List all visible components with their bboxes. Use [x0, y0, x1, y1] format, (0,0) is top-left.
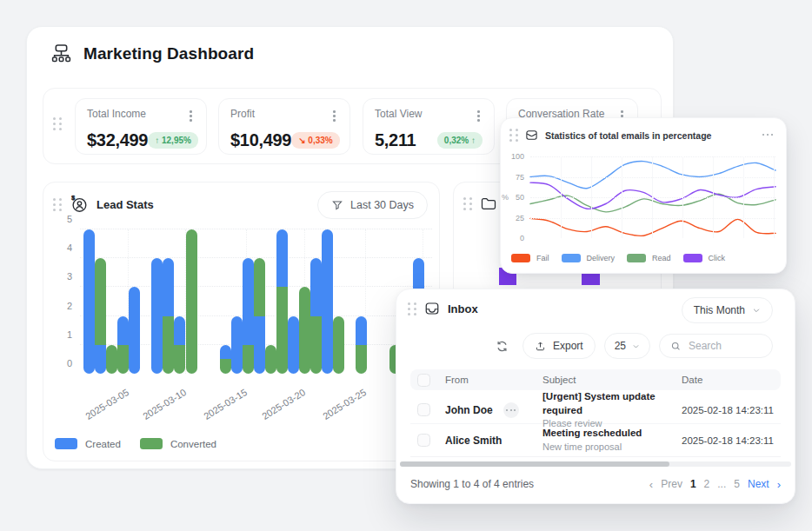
bar-segment-created: [243, 258, 254, 345]
gridline: [743, 156, 744, 238]
chevron-left-icon[interactable]: ‹: [649, 478, 653, 491]
export-label: Export: [553, 340, 583, 352]
table-row[interactable]: John Doe[Urgent] System update requiredP…: [410, 390, 781, 423]
page-button[interactable]: 1: [690, 478, 696, 490]
x-axis-tick: 2025-03-15: [186, 387, 250, 432]
bar-segment-created: [276, 229, 288, 287]
kebab-menu-icon[interactable]: [187, 108, 195, 124]
chevron-right-icon[interactable]: ›: [777, 478, 781, 491]
bar-segment-converted: [243, 345, 254, 374]
bar-segment-created: [163, 258, 174, 315]
kebab-menu-icon[interactable]: [475, 108, 483, 124]
legend-label: Delivery: [587, 254, 616, 262]
bar-segment-created: [117, 316, 129, 345]
subject-cell: [Urgent] System update requiredPlease re…: [542, 390, 682, 430]
y-axis-tick: 4: [67, 242, 72, 253]
stats-drag-handle[interactable]: [53, 117, 62, 130]
folder-icon: [480, 195, 497, 212]
bar-segment-created: [310, 258, 322, 315]
svg-text:$: $: [71, 195, 75, 201]
refresh-button[interactable]: [491, 335, 514, 357]
period-dropdown[interactable]: This Month: [682, 297, 773, 323]
email-stats-legend: FailDeliveryReadClick: [511, 254, 725, 262]
lead-stats-plot: 012345: [80, 229, 432, 374]
subject-title: [Urgent] System update required: [542, 390, 682, 417]
subject-preview: New time proposal: [542, 441, 682, 454]
stacked-bar: [129, 287, 140, 374]
row-checkbox[interactable]: [417, 403, 430, 416]
legend-label: Read: [652, 254, 671, 262]
bar-segment-created: [356, 316, 367, 345]
stacked-bar: [117, 316, 129, 374]
table-row[interactable]: Alice SmithMeeting rescheduledNew time p…: [410, 423, 781, 456]
bar-segment-converted: [174, 345, 185, 374]
trend-badge: ↑ 12,95%: [148, 132, 198, 149]
stat-label: Total View: [375, 108, 422, 120]
pagination: ‹Prev12...5Next›: [649, 478, 781, 491]
stacked-bar: [106, 345, 117, 374]
stacked-bar: [288, 316, 299, 374]
gridline: [530, 197, 775, 198]
y-axis-tick: 5: [67, 214, 72, 224]
lead-stats-title: Lead Stats: [97, 198, 154, 211]
stat-label: Total Income: [87, 108, 146, 120]
stacked-bar: [356, 316, 367, 374]
prev-button[interactable]: Prev: [661, 478, 682, 490]
bar-segment-created: [288, 316, 299, 374]
trend-badge: ↘ 0,33%: [291, 132, 340, 149]
envelope-icon: [525, 129, 538, 142]
kebab-menu-icon[interactable]: [330, 108, 338, 124]
bar-segment-created: [254, 316, 265, 374]
series-line-fail: [530, 218, 775, 236]
page-size-value: 25: [615, 340, 626, 352]
legend-label: Created: [85, 439, 121, 449]
ellipsis-menu-icon[interactable]: [760, 127, 775, 143]
legend-swatch: [562, 254, 581, 262]
stacked-bar: [174, 316, 185, 374]
bar-segment-created: [151, 258, 163, 374]
legend-label: Converted: [170, 439, 216, 449]
next-button[interactable]: Next: [748, 478, 769, 490]
page-button[interactable]: 5: [734, 478, 740, 490]
bar-segment-created: [231, 316, 243, 374]
inbox-table: From Subject Date John Doe[Urgent] Syste…: [410, 369, 781, 457]
legend-item: Click: [683, 254, 726, 262]
page-size-dropdown[interactable]: 25: [604, 333, 650, 359]
stacked-bar: [333, 316, 344, 374]
funnel-icon: [331, 199, 343, 211]
inbox-drag-handle[interactable]: [408, 302, 416, 315]
gridline: [561, 156, 562, 238]
trend-badge: 0,32% ↑: [437, 132, 483, 149]
row-checkbox[interactable]: [417, 434, 430, 447]
legend-swatch: [627, 254, 646, 262]
legend-label: Click: [709, 254, 726, 262]
bar-segment-created: [129, 287, 140, 374]
y-axis-tick: 0: [520, 234, 524, 242]
gridline: [622, 156, 622, 238]
bar-segment-converted: [254, 258, 265, 315]
legend-item: Delivery: [562, 254, 616, 262]
email-stats-plot: 0255075100%: [530, 156, 775, 238]
stacked-bar: [151, 258, 163, 374]
legend-item: Created: [55, 438, 121, 449]
x-axis-tick: 2025-03-20: [244, 387, 308, 432]
stacked-bar: [310, 258, 322, 374]
select-all-checkbox[interactable]: [417, 374, 430, 387]
horizontal-scrollbar-thumb[interactable]: [400, 461, 669, 467]
filter-button[interactable]: Last 30 Days: [317, 191, 428, 219]
email-stats-drag-handle[interactable]: [509, 129, 518, 142]
stacked-bar: [220, 345, 231, 374]
subject-cell: Meeting rescheduledNew time proposal: [542, 427, 682, 453]
bar-segment-converted: [356, 345, 367, 374]
search-input[interactable]: [689, 340, 762, 352]
bar-segment-converted: [276, 287, 288, 374]
row-ellipsis-menu[interactable]: [503, 402, 519, 418]
y-axis-tick: 50: [516, 193, 524, 202]
export-button[interactable]: Export: [522, 333, 596, 359]
stat-value: $32,499: [87, 130, 148, 150]
lead-stats-drag-handle[interactable]: [53, 198, 62, 211]
page-button[interactable]: 2: [704, 478, 710, 490]
legend-swatch: [55, 438, 77, 449]
folder-card-drag-handle[interactable]: [463, 197, 472, 210]
stat-card-total-income: Total Income $32,499 ↑ 12,95%: [75, 98, 207, 155]
